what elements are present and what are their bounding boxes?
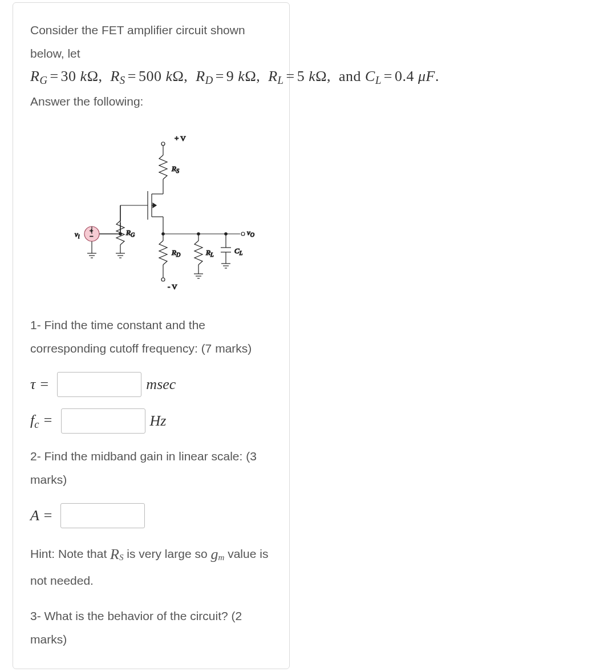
svg-text:CL: CL <box>234 246 243 256</box>
circuit-figure: + V RS <box>35 127 263 298</box>
q2-prompt: 2- Find the midband gain in linear scale… <box>30 445 272 492</box>
fc-unit: Hz <box>150 412 167 430</box>
svg-text:+ V: + V <box>175 134 186 143</box>
q3-prompt: 3- What is the behavior of the circuit? … <box>30 605 272 651</box>
parameters-line: RG=30 kΩ, RS=500 kΩ, RD=9 kΩ, RL=5 kΩ, a… <box>30 68 272 87</box>
q1-prompt: 1- Find the time constant and the corres… <box>30 314 272 361</box>
svg-text:vi: vi <box>75 230 80 240</box>
tau-unit: msec <box>146 376 176 393</box>
svg-text:vO: vO <box>247 228 254 238</box>
svg-text:RL: RL <box>205 248 214 258</box>
tau-input[interactable] <box>57 372 141 397</box>
question-card: Consider the FET amplifier circuit shown… <box>13 2 290 669</box>
tau-row: τ = msec <box>30 372 272 397</box>
svg-text:RD: RD <box>171 248 181 258</box>
hint-text: Hint: Note that RS is very large so gm v… <box>30 540 272 593</box>
intro-text: Consider the FET amplifier circuit shown… <box>30 19 272 66</box>
fc-input[interactable] <box>61 408 145 434</box>
svg-text:−: − <box>90 233 93 240</box>
svg-text:RS: RS <box>171 164 179 174</box>
svg-point-0 <box>161 142 165 145</box>
svg-text:RG: RG <box>125 228 135 238</box>
A-label: A = <box>30 507 52 524</box>
answer-following: Answer the following: <box>30 90 272 114</box>
tau-label: τ = <box>30 376 49 393</box>
fc-label: fc = <box>30 412 53 431</box>
A-input[interactable] <box>60 503 145 528</box>
svg-text:- V: - V <box>168 282 177 291</box>
svg-point-22 <box>161 278 165 281</box>
svg-point-17 <box>241 232 245 236</box>
svg-marker-11 <box>153 203 156 208</box>
fc-row: fc = Hz <box>30 408 272 434</box>
A-row: A = <box>30 503 272 528</box>
